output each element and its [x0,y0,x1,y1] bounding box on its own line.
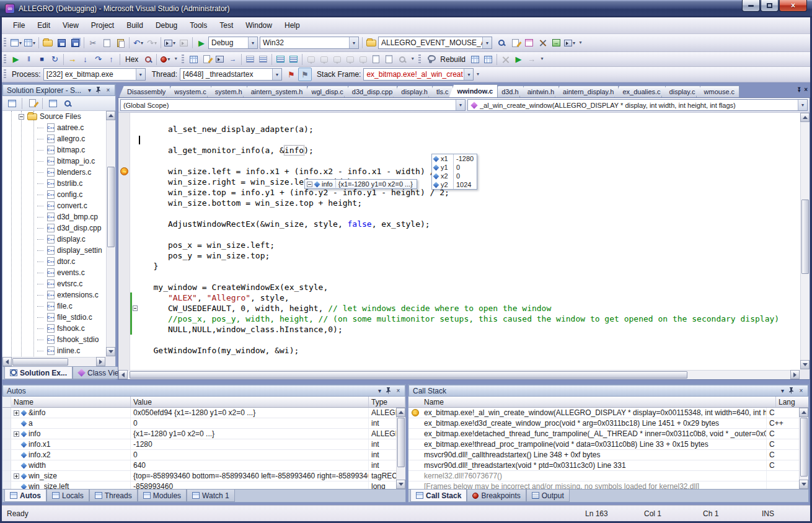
tree-file-item[interactable]: C++ fshook_stdio [2,334,105,345]
callstack-row[interactable]: → kernel32.dll!76073677() [408,471,799,481]
add-item-button[interactable]: ▾ [23,36,37,50]
batch-build-button[interactable] [482,53,495,66]
code-line[interactable]: → [118,208,800,219]
navigate-backward-button[interactable]: ▾ [163,36,177,50]
tree-file-item[interactable]: C++ events.c [2,267,105,278]
solution-explorer-header[interactable]: Solution Explorer - S... ▾ × [2,84,115,96]
toolbar-grip[interactable] [182,55,184,64]
undo-button[interactable]: ↶▾ [131,36,145,50]
step-over-button[interactable]: ↷ [92,53,105,66]
restart-button[interactable]: ↻ [48,53,61,66]
properties-button[interactable] [5,97,19,110]
tree-file-item[interactable]: C++ d3d_disp.cpp [2,222,105,234]
save-all-button[interactable] [68,36,82,50]
uncomment-button[interactable] [287,53,300,66]
callstack-row[interactable]: → [Frames below may be incorrect and/or … [408,481,799,489]
tree-vertical-scrollbar[interactable] [106,111,115,356]
new-breakpoint-button[interactable] [141,53,154,66]
tree-file-item[interactable]: C++ file.c [2,301,105,312]
window-menu-button[interactable]: ▾ [778,386,787,395]
code-line[interactable]: → my_window = CreateWindowEx(ex_style, [118,282,800,292]
document-tab[interactable]: aintern_system.h [243,86,308,97]
function-dropdown[interactable]: _al_win_create_window(ALLEGRO_DISPLAY * … [467,99,808,111]
find-combo[interactable]: ALLEGRO_EVENT_MOUSE_AXES ▾ [378,37,492,49]
autos-grid[interactable]: Name Value Type &info [2,397,405,489]
close-panel-button[interactable]: × [104,86,113,95]
close-button[interactable]: × [779,0,807,12]
expand-icon[interactable] [14,431,19,437]
document-tab[interactable]: wsystem.c [166,86,211,97]
continue-button[interactable]: ▶ [9,53,22,66]
code-line[interactable]: → "ALEX", "Allegro", style, [118,292,800,303]
code-line[interactable]: → win_size.bottom = win_size.top + heigh… [118,198,800,208]
scrollbar-thumb[interactable] [107,167,115,247]
tree-file-item[interactable]: C++ display.c [2,234,105,245]
combo-dropdown-icon[interactable]: ▾ [798,100,807,110]
datatip-member-row[interactable]: x1 -1280 [432,154,477,163]
document-tab[interactable]: display.c [661,86,700,97]
member-list-button[interactable] [187,53,200,66]
word-completion-button[interactable]: → [226,53,239,66]
tree-file-item[interactable]: C++ d3d_bmp.cp [2,211,105,222]
toolbox-button[interactable] [536,36,549,50]
attach-button[interactable] [424,53,437,66]
stop-debugging-button[interactable]: ■ [35,53,48,66]
bookmark-next-folder-button[interactable] [356,53,369,66]
save-button[interactable] [55,36,68,50]
combo-dropdown-icon[interactable]: ▾ [248,37,257,48]
document-tab[interactable]: d3d_disp.cpp [344,86,397,97]
menu-item[interactable]: File [7,19,31,32]
document-tab[interactable]: aintwin.h [519,86,559,97]
autos-row[interactable]: a 0 int [2,418,396,429]
code-editor[interactable]: → al_set_new_display_adapter(a); → → [118,113,810,379]
copy-button[interactable] [100,36,113,50]
code-line[interactable]: → [118,229,800,240]
autos-row[interactable]: win_size.left -858993460 long [2,481,396,489]
toolbar-grip[interactable] [4,38,6,48]
properties-window-button[interactable] [508,36,522,50]
code-line[interactable]: → al_set_new_display_adapter(a); [118,124,800,134]
document-tab[interactable]: wwindow.c [449,84,498,97]
document-tab[interactable]: d3d.h [493,86,524,97]
build-solution-button[interactable] [469,53,482,66]
run-button[interactable]: ▶ [512,53,525,66]
class-diagram-button[interactable] [61,97,74,110]
redo-button[interactable]: ↷▾ [145,36,159,50]
expand-icon[interactable] [14,410,19,416]
toolbar-grip[interactable] [4,69,6,79]
hex-toggle-button[interactable]: Hex [122,55,141,64]
bookmark-next-button[interactable] [330,53,343,66]
tool-tab[interactable]: Breakpoints [467,490,526,502]
tool-tab[interactable]: Threads [89,490,138,502]
toolbar-options-button[interactable]: ▾ [576,37,585,49]
column-header-name[interactable]: Name [11,397,131,407]
view-code-button[interactable] [46,97,60,110]
bookmark-prev-folder-button[interactable] [343,53,356,66]
combo-dropdown-icon[interactable]: ▾ [464,69,473,80]
combo-dropdown-icon[interactable]: ▾ [349,37,358,48]
outline-collapse-icon[interactable] [133,305,138,311]
callstack-vertical-scrollbar[interactable] [799,408,808,489]
tree-file-item[interactable]: C++ fshook.c [2,323,105,334]
open-file-button[interactable] [41,36,55,50]
close-panel-button[interactable]: × [797,386,806,395]
scrollbar-thumb[interactable] [800,418,808,477]
cancel-build-button[interactable] [499,53,512,66]
tree-file-item[interactable]: C++ bitmap_io.c [2,156,105,167]
code-line[interactable]: → } [118,261,800,271]
tool-tab[interactable]: Solution Ex... [4,367,73,379]
code-line[interactable]: → NULL,NULL,window_class.hInstance,0); [118,324,800,335]
tool-tab[interactable]: Call Stack [410,490,467,502]
collapse-icon[interactable] [19,114,24,120]
search-button[interactable] [495,36,508,50]
autos-row[interactable]: width 640 int [2,460,396,471]
toolbar-options-button[interactable]: ▾ [408,53,417,66]
menu-item[interactable]: Tools [183,19,213,32]
auto-hide-pin-button[interactable] [384,386,394,395]
autos-vertical-scrollbar[interactable] [396,408,405,489]
code-line[interactable]: → [118,271,800,282]
autos-header[interactable]: Autos ▾ × [2,385,405,397]
callstack-row[interactable]: → ex_bitmap.exe!_al_win_create_window(AL… [408,408,799,418]
window-menu-button[interactable]: ▾ [375,386,384,395]
tree-file-item[interactable]: C++ bstrlib.c [2,178,105,189]
